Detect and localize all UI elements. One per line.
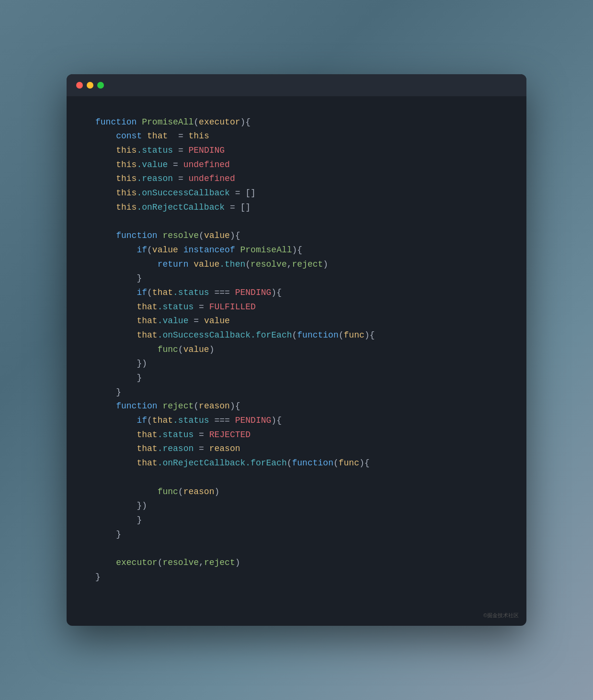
code-line: function resolve(value){ bbox=[95, 229, 502, 243]
code-line bbox=[95, 215, 502, 229]
code-line: this.status = PENDING bbox=[95, 144, 502, 158]
code-line bbox=[95, 471, 502, 485]
code-line: func(reason) bbox=[95, 485, 502, 499]
code-line: } bbox=[95, 513, 502, 528]
code-line bbox=[95, 542, 502, 556]
code-editor: function PromiseAll(executor){ const tha… bbox=[67, 96, 526, 609]
code-line: } bbox=[95, 570, 502, 585]
code-line: that.onRejectCallback.forEach(function(f… bbox=[95, 456, 502, 471]
code-line: const that = this bbox=[95, 129, 502, 144]
code-line: that.onSuccessCallback.forEach(function(… bbox=[95, 328, 502, 343]
watermark-text: ©掘金技术社区 bbox=[67, 608, 526, 626]
code-line: if(value instanceof PromiseAll){ bbox=[95, 243, 502, 258]
code-line: } bbox=[95, 371, 502, 385]
code-line: that.value = value bbox=[95, 314, 502, 328]
code-line: that.reason = reason bbox=[95, 442, 502, 456]
code-line: this.value = undefined bbox=[95, 158, 502, 172]
code-line: func(value) bbox=[95, 343, 502, 357]
code-line: } bbox=[95, 271, 502, 286]
code-line: this.onRejectCallback = [] bbox=[95, 201, 502, 215]
code-line: function reject(reason){ bbox=[95, 399, 502, 414]
minimize-dot[interactable] bbox=[87, 82, 93, 89]
maximize-dot[interactable] bbox=[97, 82, 104, 89]
code-line: executor(resolve,reject) bbox=[95, 556, 502, 570]
code-line: } bbox=[95, 528, 502, 542]
code-line: return value.then(resolve,reject) bbox=[95, 258, 502, 272]
code-line: this.reason = undefined bbox=[95, 172, 502, 186]
code-line: function PromiseAll(executor){ bbox=[95, 115, 502, 130]
code-line: that.status = REJECTED bbox=[95, 428, 502, 442]
code-line: if(that.status === PENDING){ bbox=[95, 286, 502, 300]
code-line: }) bbox=[95, 499, 502, 513]
close-dot[interactable] bbox=[76, 82, 83, 89]
code-line: that.status = FULFILLED bbox=[95, 300, 502, 315]
code-window: function PromiseAll(executor){ const tha… bbox=[67, 74, 526, 626]
code-line: this.onSuccessCallback = [] bbox=[95, 186, 502, 201]
code-line: }) bbox=[95, 357, 502, 371]
titlebar bbox=[67, 74, 526, 96]
code-line: } bbox=[95, 385, 502, 400]
code-line: if(that.status === PENDING){ bbox=[95, 414, 502, 428]
